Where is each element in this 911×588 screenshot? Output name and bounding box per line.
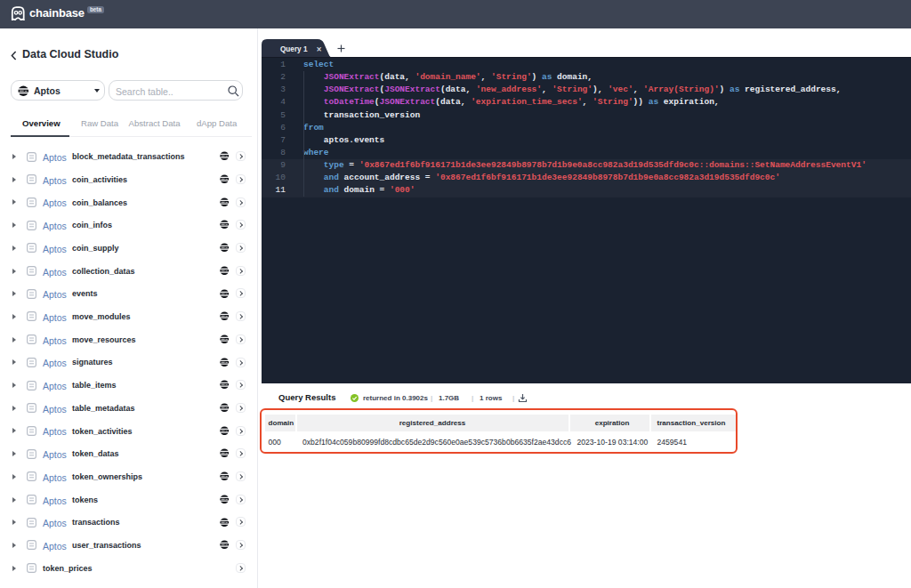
- svg-text:✕: ✕: [317, 44, 322, 52]
- svg-text:Query 1: Query 1: [280, 44, 308, 52]
